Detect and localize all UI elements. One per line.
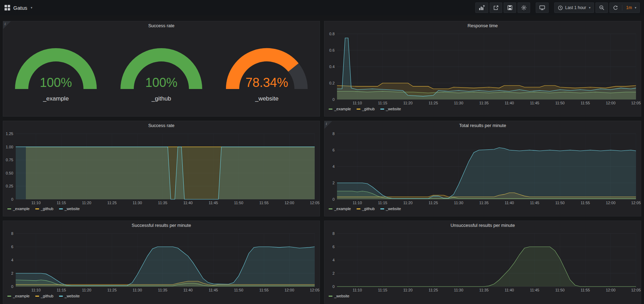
panel-title[interactable]: Response time bbox=[324, 21, 641, 30]
svg-text:11:45: 11:45 bbox=[208, 201, 218, 205]
time-range-picker[interactable]: Last 1 hour ▾ bbox=[554, 2, 594, 13]
svg-text:11:50: 11:50 bbox=[234, 288, 243, 292]
panel-title[interactable]: Success rate bbox=[3, 21, 320, 30]
legend-item-_website[interactable]: _website bbox=[59, 294, 80, 298]
dashboard-menu[interactable]: Gatus ▾ bbox=[4, 5, 32, 11]
total-results-chart[interactable]: 11:1011:1511:2011:2511:3011:3511:4011:45… bbox=[324, 130, 641, 206]
legend-series-name: _github bbox=[362, 107, 375, 111]
svg-text:0: 0 bbox=[332, 97, 335, 102]
legend-item-_github[interactable]: _github bbox=[35, 294, 53, 298]
refresh-picker[interactable]: 1m ▾ bbox=[609, 2, 640, 13]
svg-text:11:50: 11:50 bbox=[555, 101, 565, 105]
panel-info-icon[interactable]: i bbox=[324, 121, 332, 129]
legend-item-_example[interactable]: _example bbox=[7, 294, 30, 298]
svg-text:11:45: 11:45 bbox=[208, 288, 218, 292]
svg-text:11:20: 11:20 bbox=[403, 201, 413, 205]
svg-text:11:25: 11:25 bbox=[107, 288, 117, 292]
svg-text:11:30: 11:30 bbox=[133, 201, 142, 205]
svg-text:11:15: 11:15 bbox=[378, 101, 387, 105]
gear-icon bbox=[521, 5, 527, 10]
legend-color-icon bbox=[380, 109, 384, 110]
gauge-arc: 100% bbox=[110, 40, 212, 95]
unsuccessful-results-chart[interactable]: 11:1011:1511:2011:2511:3011:3511:4011:45… bbox=[324, 230, 641, 293]
chart-canvas[interactable]: 11:1011:1511:2011:2511:3011:3511:4011:45… bbox=[324, 130, 641, 206]
panel-title[interactable]: Success rate bbox=[3, 121, 320, 130]
svg-text:2: 2 bbox=[332, 271, 335, 275]
legend-item-_github[interactable]: _github bbox=[357, 107, 375, 111]
settings-button[interactable] bbox=[518, 2, 530, 13]
panel-total-results: i Total results per minute 11:1011:1511:… bbox=[324, 121, 641, 216]
refresh-arrow-icon bbox=[613, 5, 618, 10]
svg-text:11:25: 11:25 bbox=[429, 201, 438, 205]
legend-item-_website[interactable]: _website bbox=[380, 107, 401, 111]
svg-text:0: 0 bbox=[332, 197, 335, 201]
svg-text:11:10: 11:10 bbox=[353, 201, 362, 205]
legend-item-_example[interactable]: _example bbox=[329, 207, 351, 211]
legend-series-name: _example bbox=[334, 207, 351, 211]
panel-title[interactable]: Total results per minute bbox=[324, 121, 641, 130]
share-arrow-icon bbox=[493, 5, 499, 10]
svg-text:11:25: 11:25 bbox=[107, 201, 117, 205]
legend-color-icon bbox=[7, 208, 11, 209]
gauge-_example: 100% _example bbox=[5, 40, 107, 102]
chart-canvas[interactable]: 11:1011:1511:2011:2511:3011:3511:4011:45… bbox=[324, 230, 641, 293]
chart-legend: _website bbox=[324, 293, 641, 299]
zoom-out-button[interactable] bbox=[595, 2, 608, 13]
save-button[interactable] bbox=[504, 2, 516, 13]
legend-color-icon bbox=[357, 208, 360, 209]
caret-down-icon: ▾ bbox=[589, 6, 591, 9]
share-button[interactable] bbox=[490, 2, 502, 13]
legend-item-_website[interactable]: _website bbox=[329, 294, 349, 298]
dashboard-title: Gatus bbox=[13, 5, 27, 11]
panel-successful-results: Successful results per minute 11:1011:15… bbox=[3, 221, 320, 304]
svg-text:8: 8 bbox=[332, 132, 335, 136]
svg-text:11:30: 11:30 bbox=[133, 288, 142, 292]
svg-text:0.4: 0.4 bbox=[329, 65, 335, 69]
panel-title[interactable]: Unsuccessful results per minute bbox=[324, 221, 641, 230]
svg-text:11:10: 11:10 bbox=[353, 288, 362, 292]
success-rate-gauges[interactable]: 100% _example 100% _github 78.34% _websi… bbox=[3, 30, 320, 112]
legend-item-_github[interactable]: _github bbox=[357, 207, 375, 211]
add-panel-button[interactable] bbox=[475, 2, 488, 13]
legend-item-_example[interactable]: _example bbox=[329, 107, 351, 111]
legend-color-icon bbox=[59, 208, 63, 209]
svg-text:4: 4 bbox=[332, 258, 335, 262]
svg-text:12:00: 12:00 bbox=[606, 288, 616, 292]
gauge-arc: 78.34% bbox=[216, 40, 318, 95]
legend-series-name: _website bbox=[334, 294, 349, 298]
svg-text:11:20: 11:20 bbox=[82, 201, 92, 205]
panel-success-rate: Success rate 11:1011:1511:2011:2511:3011… bbox=[3, 121, 320, 216]
dashboard-grid: i Success rate 100% _example 100% _githu… bbox=[0, 15, 644, 304]
panel-info-icon[interactable]: i bbox=[3, 21, 11, 29]
svg-text:6: 6 bbox=[11, 245, 13, 249]
svg-text:0: 0 bbox=[332, 284, 335, 289]
legend-item-_example[interactable]: _example bbox=[7, 207, 30, 211]
chart-canvas[interactable]: 11:1011:1511:2011:2511:3011:3511:4011:45… bbox=[3, 130, 320, 206]
svg-text:11:45: 11:45 bbox=[530, 288, 539, 292]
svg-text:11:35: 11:35 bbox=[479, 288, 489, 292]
svg-text:0: 0 bbox=[11, 197, 13, 201]
chart-canvas[interactable]: 11:1011:1511:2011:2511:3011:3511:4011:45… bbox=[324, 30, 641, 106]
svg-text:0.50: 0.50 bbox=[6, 171, 13, 175]
successful-results-chart[interactable]: 11:1011:1511:2011:2511:3011:3511:4011:45… bbox=[3, 230, 320, 293]
svg-text:11:25: 11:25 bbox=[429, 101, 438, 105]
gauge-label: _example bbox=[43, 95, 69, 102]
gauge-value: 100% bbox=[40, 75, 72, 90]
panel-success-rate-gauges: i Success rate 100% _example 100% _githu… bbox=[3, 21, 320, 117]
legend-item-_github[interactable]: _github bbox=[35, 207, 53, 211]
svg-text:0.75: 0.75 bbox=[6, 158, 13, 162]
legend-item-_website[interactable]: _website bbox=[380, 207, 401, 211]
legend-color-icon bbox=[380, 208, 384, 209]
cycle-view-button[interactable] bbox=[536, 2, 549, 13]
svg-text:11:40: 11:40 bbox=[183, 201, 193, 205]
legend-color-icon bbox=[7, 296, 11, 297]
success-rate-chart[interactable]: 11:1011:1511:2011:2511:3011:3511:4011:45… bbox=[3, 130, 320, 206]
legend-color-icon bbox=[329, 296, 332, 297]
svg-text:11:15: 11:15 bbox=[378, 201, 387, 205]
chart-canvas[interactable]: 11:1011:1511:2011:2511:3011:3511:4011:45… bbox=[3, 230, 320, 293]
svg-text:11:45: 11:45 bbox=[530, 101, 539, 105]
legend-item-_website[interactable]: _website bbox=[59, 207, 80, 211]
response-time-chart[interactable]: 11:1011:1511:2011:2511:3011:3511:4011:45… bbox=[324, 30, 641, 106]
panel-title[interactable]: Successful results per minute bbox=[3, 221, 320, 230]
legend-color-icon bbox=[59, 296, 63, 297]
